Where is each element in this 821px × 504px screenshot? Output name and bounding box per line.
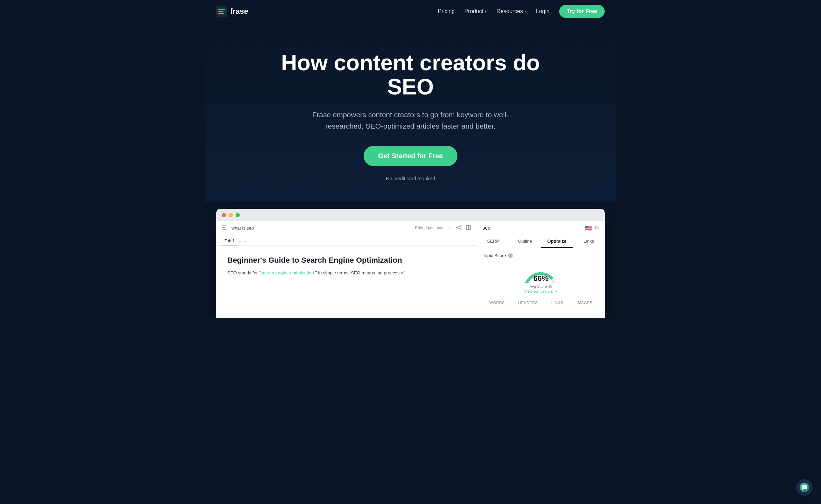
app-window: what is seo Edited just now ··· (216, 209, 605, 318)
editor-topbar: what is seo Edited just now ··· (216, 221, 477, 235)
seo-topbar: seo 🇺🇸 ⚙ (477, 221, 605, 235)
topic-score-header: Topic Score i (483, 253, 599, 258)
settings-icon[interactable]: ⚙ (595, 225, 599, 231)
score-gauge-wrapper: 66% Avg Score 45 View competitors → (483, 262, 599, 293)
svg-rect-3 (218, 13, 224, 14)
edited-label: Edited just now (415, 225, 443, 230)
svg-point-5 (456, 227, 458, 228)
seo-content: Topic Score i 66% (477, 248, 605, 318)
score-gauge: 66% (522, 262, 560, 283)
window-dot-green (236, 213, 240, 217)
view-icon[interactable] (466, 225, 471, 231)
nav-pricing[interactable]: Pricing (438, 8, 455, 14)
svg-line-8 (458, 228, 460, 229)
svg-rect-1 (218, 9, 225, 10)
editor-panel: what is seo Edited just now ··· (216, 221, 477, 318)
hero-section: How content creators do SEO Frase empowe… (205, 23, 616, 202)
brand-name: frase (230, 7, 248, 16)
topic-score-info-icon[interactable]: i (508, 253, 513, 258)
svg-point-4 (460, 225, 461, 226)
try-free-button[interactable]: Try for Free (559, 5, 605, 18)
seo-panel: seo 🇺🇸 ⚙ SERP Outline Optimize Links (477, 221, 605, 318)
svg-line-7 (458, 226, 460, 227)
logo[interactable]: frase (216, 6, 248, 17)
no-credit-card-text: No credit card required (219, 176, 602, 181)
nav-resources[interactable]: Resources ▾ (496, 8, 526, 14)
nav-links: Pricing Product ▾ Resources ▾ Login Try … (438, 5, 605, 18)
nav-login[interactable]: Login (536, 8, 550, 14)
metric-links: LINKS (551, 301, 563, 305)
metric-images: IMAGES (577, 301, 593, 305)
seo-nav-outline[interactable]: Outline (509, 235, 541, 248)
seo-nav-links[interactable]: Links (573, 235, 605, 248)
score-number: 66% (533, 274, 548, 283)
article-body: SEO stands for "search engine optimizati… (227, 270, 466, 277)
app-preview-wrapper: what is seo Edited just now ··· (205, 209, 616, 318)
seo-nav-optimize[interactable]: Optimize (541, 235, 573, 248)
resources-chevron-icon: ▾ (524, 9, 526, 14)
svg-point-6 (460, 229, 461, 230)
tab-more-icon[interactable]: ··· (239, 239, 243, 244)
hero-title: How content creators do SEO (255, 51, 566, 99)
editor-content: Beginner's Guide to Search Engine Optimi… (216, 246, 477, 318)
seo-nav: SERP Outline Optimize Links (477, 235, 605, 248)
seo-link[interactable]: search engine optimization (260, 270, 314, 275)
seo-topbar-icons: 🇺🇸 ⚙ (585, 225, 599, 231)
tab-add-icon[interactable]: + (244, 239, 247, 244)
window-dot-yellow (229, 213, 233, 217)
frase-logo-icon (216, 6, 227, 17)
sidebar-toggle-icon[interactable] (222, 225, 228, 230)
navbar: frase Pricing Product ▾ Resources ▾ Logi… (205, 0, 616, 23)
editor-topbar-right: Edited just now ··· (415, 225, 471, 231)
metrics-row: WORDS HEADERS LINKS IMAGES (483, 297, 599, 305)
nav-product[interactable]: Product ▾ (464, 8, 487, 14)
article-title: Beginner's Guide to Search Engine Optimi… (227, 255, 466, 265)
more-options-icon[interactable]: ··· (447, 225, 452, 231)
window-dot-red (222, 213, 226, 217)
seo-query: seo (483, 225, 491, 231)
view-competitors-link[interactable]: View competitors → (524, 289, 558, 293)
get-started-button[interactable]: Get Started for Free (364, 146, 457, 166)
editor-tab-1[interactable]: Tab 1 (222, 237, 237, 245)
svg-rect-2 (218, 11, 223, 12)
flag-icon: 🇺🇸 (585, 225, 592, 231)
product-chevron-icon: ▾ (485, 9, 487, 14)
document-title[interactable]: what is seo (231, 225, 254, 231)
window-body: what is seo Edited just now ··· (216, 221, 605, 318)
avg-score-label: Avg Score 45 (530, 284, 552, 289)
seo-nav-serp[interactable]: SERP (477, 235, 509, 248)
hero-cta-wrapper: Get Started for Free No credit card requ… (219, 146, 602, 181)
share-icon[interactable] (456, 225, 462, 231)
hero-subtitle: Frase empowers content creators to go fr… (293, 109, 528, 132)
metric-words: WORDS (489, 301, 505, 305)
metric-headers: HEADERS (518, 301, 538, 305)
editor-tabs: Tab 1 ··· + (216, 235, 477, 246)
editor-topbar-left: what is seo (222, 225, 254, 231)
window-titlebar (216, 209, 605, 221)
